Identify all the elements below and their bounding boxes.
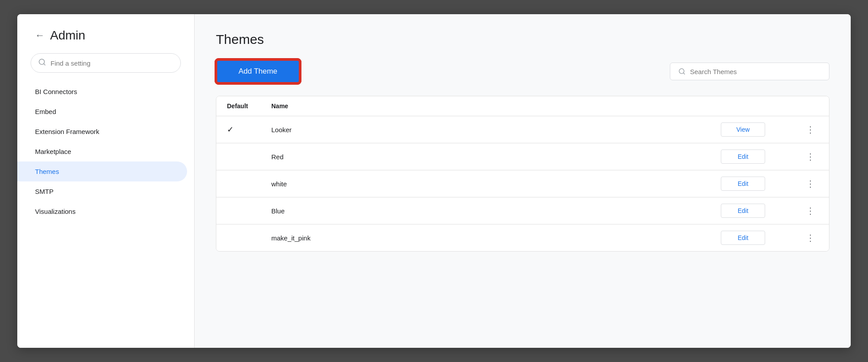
theme-name: white: [271, 180, 721, 188]
theme-name: Blue: [271, 207, 721, 215]
sidebar-item-bi-connectors[interactable]: BI Connectors: [17, 82, 187, 102]
themes-table: Default Name ✓LookerView⋮RedEdit⋮whiteEd…: [216, 96, 829, 252]
more-options-icon[interactable]: ⋮: [802, 177, 818, 191]
more-options-icon[interactable]: ⋮: [802, 231, 818, 245]
sidebar: ← Admin BI ConnectorsEmbedExtension Fram…: [17, 14, 195, 348]
table-row: whiteEdit⋮: [216, 170, 829, 197]
find-setting-search-box[interactable]: [31, 53, 181, 73]
sidebar-item-embed[interactable]: Embed: [17, 102, 187, 122]
sidebar-item-extension-framework[interactable]: Extension Framework: [17, 122, 187, 142]
sidebar-item-themes[interactable]: Themes: [17, 161, 187, 181]
edit-button[interactable]: Edit: [721, 204, 765, 218]
svg-line-1: [43, 63, 45, 65]
search-themes-input[interactable]: [690, 68, 821, 75]
theme-name: Looker: [271, 126, 721, 134]
table-row: make_it_pinkEdit⋮: [216, 224, 829, 251]
page-title: Themes: [216, 32, 829, 47]
sidebar-nav: BI ConnectorsEmbedExtension FrameworkMar…: [17, 82, 194, 348]
add-theme-button[interactable]: Add Theme: [216, 59, 300, 83]
search-themes-box[interactable]: [670, 63, 829, 80]
table-row: RedEdit⋮: [216, 143, 829, 170]
table-row: BlueEdit⋮: [216, 197, 829, 224]
sidebar-item-visualizations[interactable]: Visualizations: [17, 201, 187, 221]
edit-button[interactable]: Edit: [721, 231, 765, 245]
main-content: Themes Add Theme Default Name ✓LookerVie…: [195, 14, 851, 348]
default-cell: ✓: [227, 125, 271, 134]
header-action: [721, 102, 792, 110]
sidebar-header: ← Admin: [17, 14, 194, 53]
table-row: ✓LookerView⋮: [216, 116, 829, 143]
theme-name: make_it_pink: [271, 234, 721, 242]
more-options-icon[interactable]: ⋮: [802, 150, 818, 164]
table-body: ✓LookerView⋮RedEdit⋮whiteEdit⋮BlueEdit⋮m…: [216, 116, 829, 251]
view-button[interactable]: View: [721, 122, 765, 137]
admin-title: Admin: [50, 28, 85, 43]
table-header: Default Name: [216, 96, 829, 116]
header-default: Default: [227, 102, 271, 110]
app-window: ← Admin BI ConnectorsEmbedExtension Fram…: [17, 14, 851, 348]
search-themes-icon: [678, 67, 686, 75]
more-options-icon[interactable]: ⋮: [802, 204, 818, 218]
search-icon: [38, 58, 46, 68]
edit-button[interactable]: Edit: [721, 150, 765, 164]
sidebar-item-smtp[interactable]: SMTP: [17, 181, 187, 201]
sidebar-item-marketplace[interactable]: Marketplace: [17, 142, 187, 161]
svg-line-3: [683, 73, 684, 74]
action-cell: Edit: [721, 150, 792, 164]
action-cell: Edit: [721, 204, 792, 218]
toolbar: Add Theme: [216, 59, 829, 83]
edit-button[interactable]: Edit: [721, 177, 765, 191]
more-options-icon[interactable]: ⋮: [802, 122, 818, 137]
action-cell: View: [721, 122, 792, 137]
action-cell: Edit: [721, 231, 792, 245]
header-name: Name: [271, 102, 721, 110]
theme-name: Red: [271, 153, 721, 161]
back-arrow-icon[interactable]: ←: [35, 30, 45, 41]
find-setting-input[interactable]: [51, 59, 173, 67]
header-more: [792, 102, 818, 110]
action-cell: Edit: [721, 177, 792, 191]
